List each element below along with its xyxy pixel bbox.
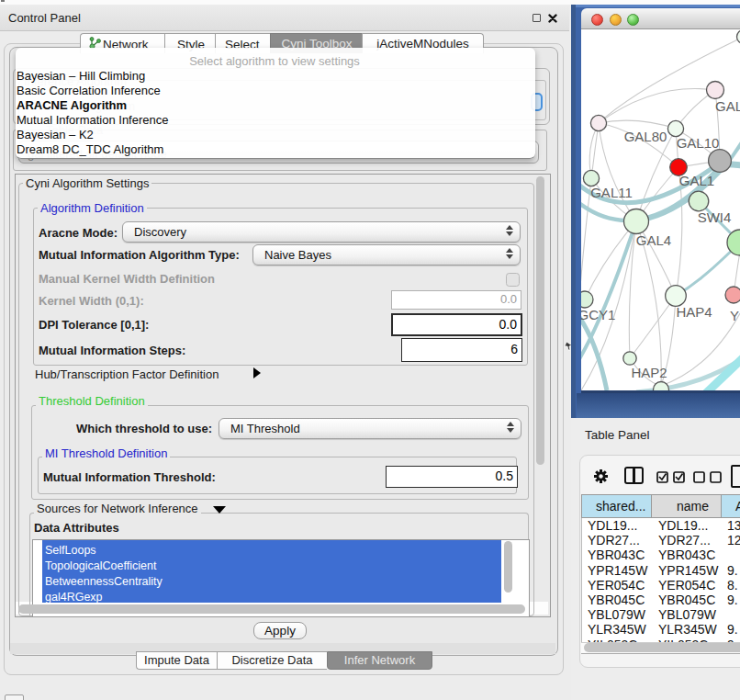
svg-text:GAL7: GAL7 — [715, 98, 740, 114]
svg-text:GAL11: GAL11 — [590, 185, 633, 200]
svg-text:GCY1: GCY1 — [581, 307, 615, 322]
svg-text:GAL80: GAL80 — [624, 129, 667, 144]
svg-text:GAL4: GAL4 — [636, 232, 671, 248]
svg-text:SWI4: SWI4 — [698, 209, 732, 225]
svg-text:GAL10: GAL10 — [677, 135, 720, 151]
svg-text:HAP4: HAP4 — [676, 304, 712, 320]
svg-text:Y: Y — [730, 308, 739, 323]
svg-text:HAP2: HAP2 — [631, 365, 667, 380]
svg-text:GAL1: GAL1 — [679, 173, 714, 188]
